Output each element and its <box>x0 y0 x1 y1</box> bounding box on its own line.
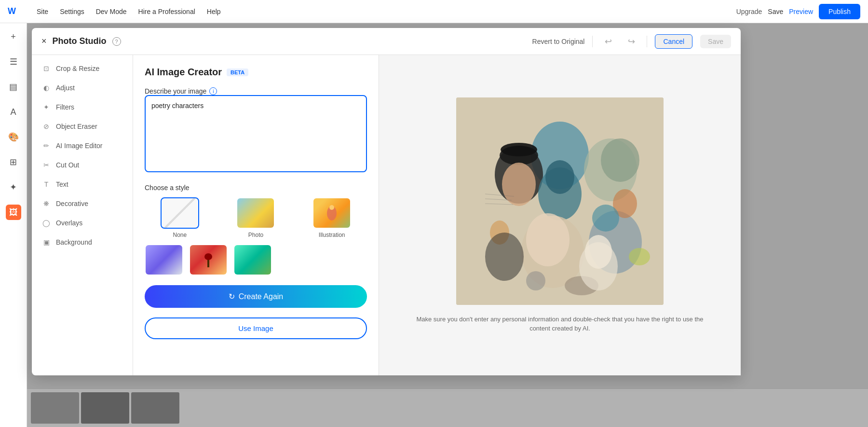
svg-point-22 <box>526 271 545 290</box>
beta-badge: BETA <box>227 69 248 76</box>
svg-text:W: W <box>8 6 16 15</box>
style-illustration[interactable]: Illustration <box>297 197 367 238</box>
purple-thumb-img <box>146 244 182 275</box>
style-illus-label: Illustration <box>319 232 345 238</box>
publish-button[interactable]: Publish <box>819 4 860 19</box>
cutout-icon: ✂ <box>41 160 51 170</box>
header-divider <box>592 36 593 47</box>
tool-crop[interactable]: ⊡ Crop & Resize <box>32 59 133 78</box>
create-again-label: Create Again <box>239 292 284 301</box>
ai-panel-title: AI Image Creator <box>145 67 222 78</box>
svg-point-12 <box>545 160 574 194</box>
nav-site[interactable]: Site <box>37 8 48 15</box>
nav-help[interactable]: Help <box>207 8 221 15</box>
tool-ai-editor[interactable]: ✏ AI Image Editor <box>32 136 133 155</box>
tool-overlays[interactable]: ◯ Overlays <box>32 213 133 233</box>
modal-body: ⊡ Crop & Resize ◐ Adjust ✦ Filters ⊘ Obj… <box>32 55 741 375</box>
close-button[interactable]: × <box>41 36 47 46</box>
tool-text[interactable]: T Text <box>32 175 133 194</box>
illus-thumb-img <box>313 197 350 229</box>
tool-text-label: Text <box>56 180 68 188</box>
create-again-button[interactable]: ↻ Create Again <box>145 285 367 308</box>
filters-icon: ✦ <box>41 102 51 112</box>
sidebar-apps-icon[interactable]: ⊞ <box>6 154 21 170</box>
tools-panel: ⊡ Crop & Resize ◐ Adjust ✦ Filters ⊘ Obj… <box>32 55 133 375</box>
photo-thumb-img <box>237 197 274 229</box>
revert-button[interactable]: Revert to Original <box>532 38 585 45</box>
tool-filters-label: Filters <box>56 103 74 111</box>
sidebar-media-icon[interactable]: 🖼 <box>6 205 21 220</box>
sidebar-typography-icon[interactable]: A <box>6 104 21 120</box>
generated-image <box>456 97 664 305</box>
style-none-label: None <box>173 232 187 238</box>
background-icon: ▣ <box>41 237 51 247</box>
upgrade-button[interactable]: Upgrade <box>736 8 762 15</box>
svg-point-10 <box>502 163 536 206</box>
redo-button[interactable]: ↪ <box>624 34 639 49</box>
sidebar-marketplace-icon[interactable]: ✦ <box>6 179 21 195</box>
create-icon: ↻ <box>229 292 235 301</box>
save-button[interactable]: Save <box>700 35 731 48</box>
svg-point-16 <box>526 213 570 266</box>
tool-adjust-label: Adjust <box>56 84 75 92</box>
tool-crop-label: Crop & Resize <box>56 65 99 72</box>
svg-point-24 <box>485 233 524 281</box>
help-icon[interactable]: ? <box>112 37 121 46</box>
modal-title: Photo Studio <box>53 36 107 46</box>
svg-point-2 <box>329 205 334 210</box>
sidebar-add-icon[interactable]: + <box>6 29 21 44</box>
orange-thumb-img <box>190 244 227 275</box>
cancel-button[interactable]: Cancel <box>655 34 692 49</box>
tool-filters[interactable]: ✦ Filters <box>32 97 133 117</box>
svg-point-30 <box>585 235 612 269</box>
describe-label-text: Describe your image <box>145 87 206 95</box>
style-4[interactable] <box>145 244 183 275</box>
tool-background[interactable]: ▣ Background <box>32 233 133 252</box>
tool-cut-out[interactable]: ✂ Cut Out <box>32 155 133 175</box>
left-sidebar: + ☰ ▤ A 🎨 ⊞ ✦ 🖼 <box>0 23 27 427</box>
eraser-icon: ⊘ <box>41 122 51 131</box>
style-photo[interactable]: Photo <box>221 197 291 238</box>
choose-style-label: Choose a style <box>145 184 367 192</box>
style4-thumb <box>145 244 183 275</box>
modal-overlay: × Photo Studio ? Revert to Original ↩ ↪ … <box>27 23 868 427</box>
svg-point-21 <box>592 205 619 232</box>
preview-button[interactable]: Preview <box>789 8 813 15</box>
style-grid: None Photo <box>145 197 367 238</box>
tool-decorative[interactable]: ❋ Decorative <box>32 194 133 213</box>
sidebar-layers-icon[interactable]: ☰ <box>6 54 21 69</box>
style5-thumb <box>189 244 228 275</box>
disclaimer-text: Make sure you don't enter any personal i… <box>415 315 705 333</box>
tool-adjust[interactable]: ◐ Adjust <box>32 78 133 97</box>
photo-studio-modal: × Photo Studio ? Revert to Original ↩ ↪ … <box>32 28 741 375</box>
save-nav-button[interactable]: Save <box>768 8 783 15</box>
describe-textarea[interactable]: poetry characters <box>145 95 367 172</box>
style-photo-label: Photo <box>248 232 263 238</box>
style-none-thumb <box>161 197 199 229</box>
svg-point-4 <box>204 253 212 260</box>
use-image-button[interactable]: Use Image <box>145 317 367 339</box>
info-icon[interactable]: i <box>209 87 217 95</box>
style-none[interactable]: None <box>145 197 215 238</box>
sidebar-paint-icon[interactable]: 🎨 <box>6 129 21 145</box>
tool-decorative-label: Decorative <box>56 200 88 207</box>
style-photo-thumb <box>236 197 275 229</box>
ai-image-creator-panel: AI Image Creator BETA Describe your imag… <box>133 55 379 375</box>
style-illus-thumb <box>312 197 351 229</box>
tool-eraser-label: Object Eraser <box>56 123 97 130</box>
nav-hire[interactable]: Hire a Professional <box>138 8 195 15</box>
nav-devmode[interactable]: Dev Mode <box>96 8 127 15</box>
sidebar-pages-icon[interactable]: ▤ <box>6 79 21 95</box>
style-row2 <box>145 244 367 275</box>
style-6[interactable] <box>233 244 272 275</box>
tool-cutout-label: Cut Out <box>56 161 79 169</box>
svg-point-14 <box>601 138 639 182</box>
overlays-icon: ◯ <box>41 218 51 228</box>
tool-object-eraser[interactable]: ⊘ Object Eraser <box>32 117 133 136</box>
crop-icon: ⊡ <box>41 64 51 73</box>
decorative-icon: ❋ <box>41 199 51 208</box>
style-5[interactable] <box>189 244 228 275</box>
modal-header: × Photo Studio ? Revert to Original ↩ ↪ … <box>32 28 741 55</box>
nav-settings[interactable]: Settings <box>60 8 84 15</box>
undo-button[interactable]: ↩ <box>600 34 616 49</box>
